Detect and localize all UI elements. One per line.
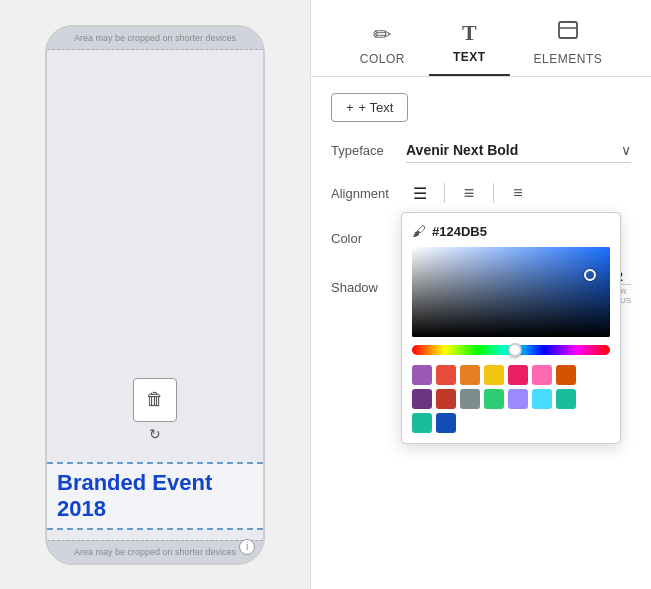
phone-bottom-bar: Area may be cropped on shorter devices xyxy=(47,540,263,563)
plus-icon: + xyxy=(346,100,354,115)
phone-icons-area: 🗑 ↻ xyxy=(133,378,177,442)
content-area: + + Text Typeface Avenir Next Bold ∨ Ali… xyxy=(311,77,651,589)
typeface-row: Typeface Avenir Next Bold ∨ xyxy=(331,138,631,163)
info-icon[interactable]: i xyxy=(239,539,255,555)
swatch-darkorange[interactable] xyxy=(556,365,576,385)
tab-text[interactable]: T TEXT xyxy=(429,12,510,76)
typeface-select[interactable]: Avenir Next Bold ∨ xyxy=(406,138,631,163)
tab-elements[interactable]: ELEMENTS xyxy=(510,12,627,76)
trash-icon: 🗑 xyxy=(146,389,164,410)
trash-icon-box[interactable]: 🗑 xyxy=(133,378,177,422)
swatch-pink[interactable] xyxy=(508,365,528,385)
alignment-row: Alignment ☰ ≡ ≡ xyxy=(331,179,631,207)
swatches-row-1 xyxy=(412,365,610,385)
phone-mockup: Area may be cropped on shorter devices 🗑… xyxy=(45,25,265,565)
add-text-label: + Text xyxy=(359,100,394,115)
svg-rect-0 xyxy=(559,22,577,38)
alignment-control: ☰ ≡ ≡ xyxy=(406,179,631,207)
swatch-blue-selected[interactable] xyxy=(436,413,456,433)
align-divider-1 xyxy=(444,183,445,203)
align-right-button[interactable]: ≡ xyxy=(504,179,532,207)
hue-thumb xyxy=(508,343,522,357)
tab-color[interactable]: ✏ COLOR xyxy=(336,14,429,76)
tab-color-label: COLOR xyxy=(360,52,405,66)
swatch-darkred[interactable] xyxy=(436,389,456,409)
elements-icon xyxy=(557,20,579,48)
add-text-button[interactable]: + + Text xyxy=(331,93,408,122)
align-divider-2 xyxy=(493,183,494,203)
swatch-darkpurple[interactable] xyxy=(412,389,432,409)
typeface-value: Avenir Next Bold xyxy=(406,142,518,158)
color-picker-popup: 🖌 xyxy=(401,212,621,444)
tab-elements-label: ELEMENTS xyxy=(534,52,603,66)
swatches-grid xyxy=(412,365,610,433)
align-left-button[interactable]: ☰ xyxy=(406,179,434,207)
swatch-lightpink[interactable] xyxy=(532,365,552,385)
alignment-label: Alignment xyxy=(331,186,406,201)
refresh-icon[interactable]: ↻ xyxy=(149,426,161,442)
swatch-purple[interactable] xyxy=(412,365,432,385)
swatch-red[interactable] xyxy=(436,365,456,385)
swatch-lightpurple[interactable] xyxy=(508,389,528,409)
swatches-row-2 xyxy=(412,389,610,409)
shadow-label: Shadow xyxy=(331,280,406,295)
color-icon: ✏ xyxy=(373,22,391,48)
swatch-teal[interactable] xyxy=(556,389,576,409)
swatch-mint[interactable] xyxy=(412,413,432,433)
top-bar-text: Area may be cropped on shorter devices xyxy=(74,33,236,43)
swatch-yellow[interactable] xyxy=(484,365,504,385)
branded-text: Branded Event 2018 xyxy=(57,470,253,522)
swatch-orange[interactable] xyxy=(460,365,480,385)
phone-top-bar: Area may be cropped on shorter devices xyxy=(47,27,263,50)
align-center-button[interactable]: ≡ xyxy=(455,179,483,207)
text-tab-icon: T xyxy=(462,20,477,46)
color-label: Color xyxy=(331,231,406,246)
spectrum-cursor xyxy=(584,269,596,281)
left-panel: Area may be cropped on shorter devices 🗑… xyxy=(0,0,310,589)
brush-icon: 🖌 xyxy=(412,223,426,239)
tab-text-label: TEXT xyxy=(453,50,486,64)
branded-text-area: Branded Event 2018 xyxy=(47,462,263,530)
right-panel: ✏ COLOR T TEXT ELEMENTS + + Text Typefac… xyxy=(310,0,651,589)
spectrum-inner xyxy=(412,247,610,337)
bottom-bar-text: Area may be cropped on shorter devices xyxy=(74,547,236,557)
swatch-green[interactable] xyxy=(484,389,504,409)
typeface-label: Typeface xyxy=(331,143,406,158)
color-hex-input[interactable] xyxy=(432,224,610,239)
color-spectrum[interactable] xyxy=(412,247,610,337)
hue-slider[interactable] xyxy=(412,345,610,355)
chevron-down-icon: ∨ xyxy=(621,142,631,158)
swatches-row-3 xyxy=(412,413,610,433)
phone-body: 🗑 ↻ Branded Event 2018 xyxy=(47,50,263,540)
color-picker-header: 🖌 xyxy=(412,223,610,239)
swatch-gray[interactable] xyxy=(460,389,480,409)
swatch-cyan[interactable] xyxy=(532,389,552,409)
typeface-control: Avenir Next Bold ∨ xyxy=(406,138,631,163)
tabs-row: ✏ COLOR T TEXT ELEMENTS xyxy=(311,0,651,77)
